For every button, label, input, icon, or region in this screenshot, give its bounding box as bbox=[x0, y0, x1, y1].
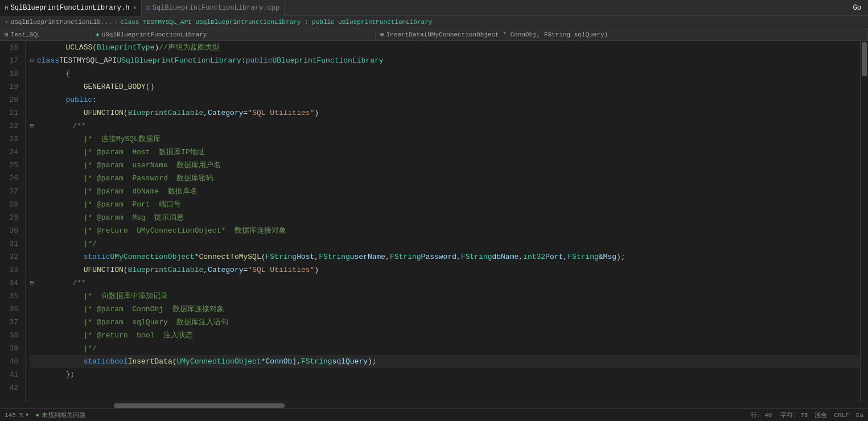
code-line-20: public: bbox=[30, 93, 860, 106]
cpp-file-icon: C bbox=[146, 5, 150, 11]
line-numbers: 16 17 18 19 20 21 22 23 24 25 26 27 28 2… bbox=[0, 41, 26, 402]
code-line-31: |*/ bbox=[30, 237, 860, 250]
code-lines: UCLASS(BlueprintType)//声明为蓝图类型 ⊟class TE… bbox=[26, 41, 860, 402]
code-line-28: |* @param Port 端口号 bbox=[30, 198, 860, 211]
code-line-42 bbox=[30, 381, 860, 394]
horizontal-scroll[interactable] bbox=[0, 402, 868, 408]
code-line-21: UFUNCTION(BlueprintCallable, Category = … bbox=[30, 106, 860, 119]
crlf-status[interactable]: CRLF bbox=[834, 411, 849, 419]
selector-member[interactable]: ⊙ InsertData(UMyConnectionObject * ConnO… bbox=[376, 28, 868, 40]
project-icon: ⊞ bbox=[5, 31, 9, 38]
code-line-22: ⊟ /** bbox=[30, 119, 860, 133]
zoom-dropdown-icon: ▼ bbox=[26, 412, 28, 418]
go-button[interactable]: Go bbox=[846, 4, 868, 12]
code-line-17: ⊟class TESTMYSQL_API USqlBlueprintFuncti… bbox=[30, 54, 860, 67]
zoom-level[interactable]: 145 % ▼ bbox=[5, 412, 28, 419]
selector-class[interactable]: ◈ USqlBlueprintFunctionLibrary bbox=[91, 28, 376, 40]
problems-status[interactable]: ● 未找到相关问题 bbox=[35, 411, 85, 419]
code-line-29: |* @param Msg 提示消息 bbox=[30, 211, 860, 224]
code-line-23: |* 连接MySQL数据库 bbox=[30, 133, 860, 146]
tab-cpp-file[interactable]: C SqlBlueprintFunctionLibrary.cpp bbox=[142, 0, 285, 16]
selector-bar: ⊞ Test_SQL ◈ USqlBlueprintFunctionLibrar… bbox=[0, 28, 868, 41]
code-line-25: |* @param userName 数据库用户名 bbox=[30, 159, 860, 172]
code-line-38: |* @return bool 注入状态 bbox=[30, 329, 860, 342]
status-right-group: 行: 40 字符: 75 混合 CRLF Ea bbox=[751, 411, 863, 419]
code-line-34: ⊟ /** bbox=[30, 276, 860, 290]
class-icon: ◈ bbox=[96, 31, 100, 38]
scroll-track[interactable] bbox=[860, 41, 868, 402]
breadcrumb-arrow-icon: › bbox=[5, 19, 9, 26]
status-bar-bottom: 145 % ▼ ● 未找到相关问题 行: 40 字符: 75 混合 CRLF E… bbox=[0, 408, 868, 421]
breadcrumb-bar: › USqlBlueprintFunctionLib... › class TE… bbox=[0, 16, 868, 28]
code-line-39: |*/ bbox=[30, 342, 860, 355]
green-circle-icon: ● bbox=[35, 412, 39, 419]
code-line-41: }; bbox=[30, 368, 860, 381]
code-line-26: |* @param Password 数据库密码 bbox=[30, 172, 860, 185]
tab-bar: H SqlBlueprintFunctionLibrary.h ✕ C SqlB… bbox=[0, 0, 868, 16]
tab-cpp-label: SqlBlueprintFunctionLibrary.cpp bbox=[153, 4, 279, 12]
code-line-18: { bbox=[30, 67, 860, 80]
line-col[interactable]: 行: 40 字符: 75 bbox=[751, 411, 808, 419]
code-line-27: |* @param dbName 数据库名 bbox=[30, 185, 860, 198]
tab-close-header[interactable]: ✕ bbox=[133, 4, 137, 11]
mixed-status[interactable]: 混合 bbox=[814, 411, 827, 419]
code-line-37: |* @param sqlQuery 数据库注入语句 bbox=[30, 316, 860, 329]
tab-header-file[interactable]: H SqlBlueprintFunctionLibrary.h ✕ bbox=[0, 0, 142, 16]
code-line-40: static bool InsertData(UMyConnectionObje… bbox=[30, 355, 860, 368]
lang-status[interactable]: Ea bbox=[856, 411, 863, 419]
tab-header-label: SqlBlueprintFunctionLibrary.h bbox=[11, 4, 130, 12]
code-line-36: |* @param ConnObj 数据库连接对象 bbox=[30, 303, 860, 316]
code-line-30: |* @return UMyConnectionObject* 数据库连接对象 bbox=[30, 224, 860, 237]
breadcrumb-class[interactable]: class TESTMYSQL_API USqlBlueprintFunctio… bbox=[120, 19, 432, 26]
editor-area: 16 17 18 19 20 21 22 23 24 25 26 27 28 2… bbox=[0, 41, 868, 402]
member-icon: ⊙ bbox=[380, 31, 384, 38]
code-line-16: UCLASS(BlueprintType)//声明为蓝图类型 bbox=[30, 41, 860, 54]
breadcrumb-project[interactable]: USqlBlueprintFunctionLib... bbox=[11, 19, 112, 26]
selector-project[interactable]: ⊞ Test_SQL bbox=[0, 28, 91, 40]
h-file-icon: H bbox=[5, 5, 9, 11]
code-line-24: |* @param Host 数据库IP地址 bbox=[30, 146, 860, 159]
code-line-32: static UMyConnectionObject* ConnectToMyS… bbox=[30, 250, 860, 263]
code-line-35: |* 向数据库中添加记录 bbox=[30, 290, 860, 303]
h-scroll-thumb[interactable] bbox=[114, 403, 285, 408]
code-line-19: GENERATED_BODY() bbox=[30, 80, 860, 93]
scroll-thumb[interactable] bbox=[862, 42, 867, 76]
breadcrumb-sep1: › bbox=[114, 19, 118, 26]
code-line-33: UFUNCTION(BlueprintCallable, Category = … bbox=[30, 263, 860, 276]
